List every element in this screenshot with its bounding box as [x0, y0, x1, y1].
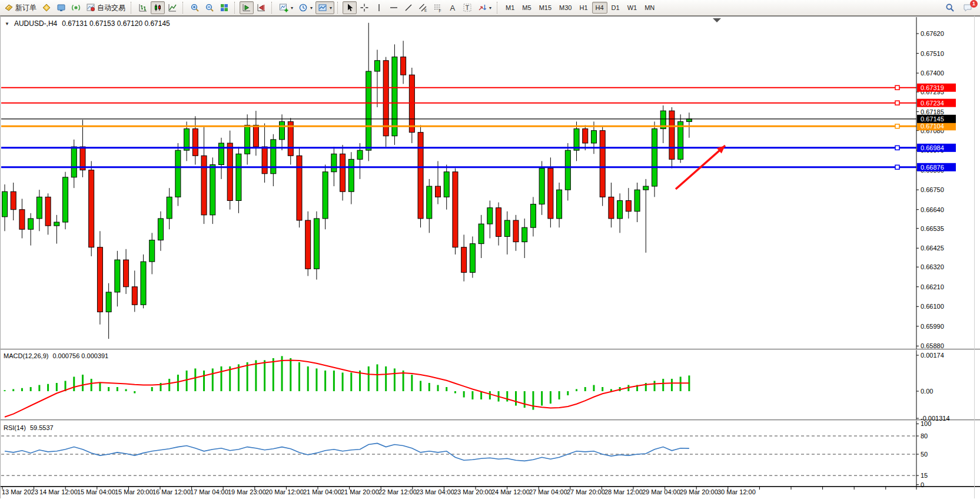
- trendline-button[interactable]: [401, 1, 416, 14]
- gold-diamond-icon: [42, 3, 51, 12]
- svg-text:0.67104: 0.67104: [921, 123, 944, 130]
- market-watch-button[interactable]: [39, 1, 54, 14]
- zoom-in-icon: [190, 3, 200, 12]
- trendline-icon: [404, 3, 413, 12]
- svg-text:24 Mar 12:00: 24 Mar 12:00: [491, 488, 530, 495]
- svg-text:A: A: [450, 4, 455, 12]
- add-indicator-button[interactable]: ▾: [277, 1, 295, 14]
- add-indicator-icon: [279, 3, 288, 12]
- chart-shift-button[interactable]: [254, 1, 268, 14]
- line-chart-button[interactable]: [165, 1, 180, 14]
- svg-text:100: 100: [921, 420, 931, 427]
- svg-text:14 Mar 12:00: 14 Mar 12:00: [39, 488, 78, 495]
- svg-text:0.67185: 0.67185: [921, 108, 944, 115]
- period-clock-button[interactable]: ▾: [296, 1, 315, 14]
- tile-windows-icon: [220, 3, 229, 12]
- svg-text:27 Mar 20:00: 27 Mar 20:00: [567, 488, 605, 495]
- signals-button[interactable]: [69, 1, 83, 14]
- timeframe-m5[interactable]: M5: [519, 2, 534, 14]
- text-label-button[interactable]: T: [460, 1, 474, 14]
- new-order-button[interactable]: 新订单: [2, 1, 39, 14]
- svg-text:27 Mar 04:00: 27 Mar 04:00: [529, 488, 567, 495]
- toolbar: 新订单 自动交易 ▾ ▾: [0, 0, 980, 16]
- zoom-out-button[interactable]: [202, 1, 217, 14]
- svg-text:0.66320: 0.66320: [921, 263, 944, 270]
- monitor-icon: [57, 3, 66, 12]
- dropdown-icon: ▾: [291, 5, 293, 11]
- bar-chart-icon: [138, 3, 148, 12]
- bar-chart-button[interactable]: [136, 1, 150, 14]
- svg-text:E: E: [424, 8, 427, 12]
- svg-text:28 Mar 12:00: 28 Mar 12:00: [604, 488, 643, 495]
- toolbar-right: 1: [943, 1, 978, 14]
- svg-text:0.66210: 0.66210: [921, 283, 944, 290]
- text-button[interactable]: A: [446, 1, 460, 14]
- candlestick-chart-button[interactable]: [151, 1, 165, 14]
- notification-badge: 1: [970, 0, 978, 8]
- svg-text:19 Mar 23:00: 19 Mar 23:00: [228, 488, 266, 495]
- macd-values: 0.000756 0.000391: [52, 352, 108, 359]
- svg-text:0.67620: 0.67620: [921, 30, 944, 37]
- timeframe-m1[interactable]: M1: [502, 2, 518, 14]
- timeframe-m15[interactable]: M15: [536, 2, 555, 14]
- signal-icon: [71, 3, 81, 12]
- svg-text:21 Mar 20:00: 21 Mar 20:00: [341, 488, 379, 495]
- timeframe-mn[interactable]: MN: [641, 2, 658, 14]
- svg-text:F: F: [439, 9, 441, 13]
- dropdown-icon: ▾: [310, 5, 313, 11]
- timeframe-w1[interactable]: W1: [624, 2, 641, 14]
- price-chart-canvas[interactable]: 0.676200.675100.674000.672950.671850.670…: [0, 16, 980, 498]
- autotrading-label: 自动交易: [97, 3, 125, 13]
- dropdown-icon: ▾: [489, 5, 491, 11]
- rsi-indicator-label: RSI(14) 59.5537: [4, 424, 54, 431]
- toolbar-separator: [271, 2, 274, 14]
- symbol-period-label: AUDUSD-,H4: [14, 19, 57, 28]
- clock-icon: [298, 3, 308, 12]
- svg-text:0.00: 0.00: [921, 388, 933, 395]
- zoom-out-icon: [205, 3, 214, 12]
- svg-text:0.66640: 0.66640: [921, 206, 944, 213]
- chart-window-button[interactable]: [54, 1, 68, 14]
- zoom-in-button[interactable]: [188, 1, 202, 14]
- svg-text:13 Mar 2023: 13 Mar 2023: [2, 488, 38, 495]
- svg-text:0.67145: 0.67145: [921, 115, 944, 123]
- svg-text:23 Mar 20:00: 23 Mar 20:00: [454, 488, 492, 495]
- template-button[interactable]: ▾: [315, 1, 334, 14]
- crosshair-icon: [360, 3, 369, 12]
- tile-windows-button[interactable]: [217, 1, 231, 14]
- svg-text:15: 15: [921, 472, 928, 479]
- macd-indicator-label: MACD(12,26,9) 0.000756 0.000391: [4, 352, 108, 359]
- chart-dropdown-icon[interactable]: ▼: [5, 21, 9, 27]
- svg-text:0.66425: 0.66425: [921, 244, 944, 252]
- timeframe-group: M1M5M15M30H1H4D1W1MN: [502, 2, 658, 14]
- timeframe-m30[interactable]: M30: [556, 2, 575, 14]
- fibonacci-button[interactable]: F: [431, 1, 445, 14]
- autotrading-button[interactable]: 自动交易: [84, 1, 128, 14]
- equidistant-channel-button[interactable]: E: [416, 1, 430, 14]
- arrows-button[interactable]: ▾: [475, 1, 494, 14]
- cursor-button[interactable]: [343, 1, 357, 14]
- vertical-line-button[interactable]: [372, 1, 386, 14]
- rsi-value: 59.5537: [30, 424, 54, 431]
- svg-text:29 Mar 20:00: 29 Mar 20:00: [680, 488, 718, 495]
- timeframe-h4[interactable]: H4: [592, 2, 607, 14]
- fibonacci-icon: F: [433, 3, 443, 12]
- svg-text:0.67510: 0.67510: [921, 50, 944, 57]
- template-icon: [318, 3, 327, 12]
- search-button[interactable]: [943, 1, 957, 14]
- svg-text:22 Mar 12:00: 22 Mar 12:00: [378, 488, 417, 495]
- horizontal-line-icon: [389, 3, 398, 12]
- auto-scroll-button[interactable]: [240, 1, 254, 14]
- svg-text:15 Mar 04:00: 15 Mar 04:00: [77, 488, 115, 495]
- notifications-button[interactable]: 1: [961, 1, 975, 14]
- toolbar-separator: [182, 2, 185, 14]
- svg-text:0.67234: 0.67234: [921, 100, 944, 107]
- svg-text:0.66100: 0.66100: [921, 303, 944, 310]
- svg-text:29 Mar 04:00: 29 Mar 04:00: [642, 488, 680, 495]
- horizontal-line-button[interactable]: [387, 1, 401, 14]
- timeframe-d1[interactable]: D1: [608, 2, 623, 14]
- text-label-icon: T: [463, 3, 472, 12]
- crosshair-button[interactable]: [357, 1, 371, 14]
- svg-text:50: 50: [921, 451, 928, 458]
- timeframe-h1[interactable]: H1: [576, 2, 591, 14]
